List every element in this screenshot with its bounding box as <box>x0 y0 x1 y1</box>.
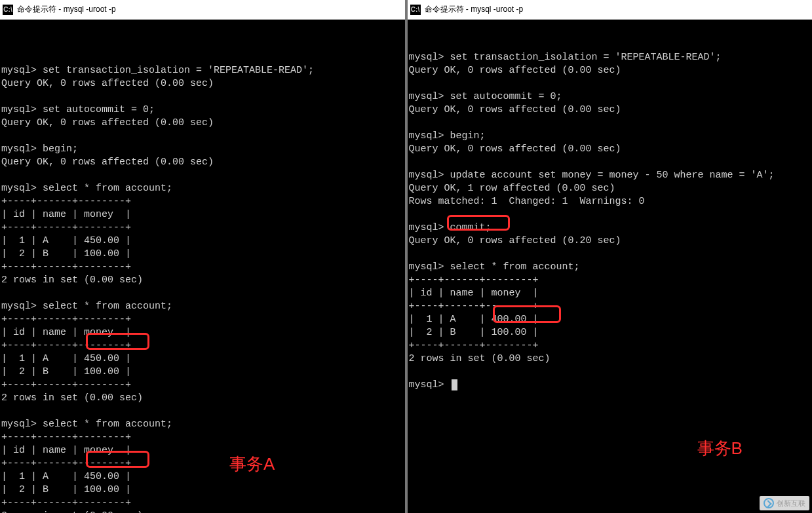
window-title-left: 命令提示符 - mysql -uroot -p <box>17 4 116 15</box>
titlebar-right[interactable]: C:\ 命令提示符 - mysql -uroot -p <box>408 0 813 20</box>
watermark-logo-icon <box>764 498 774 508</box>
label-transaction-b: 事务B <box>697 442 743 455</box>
pane-left: C:\ 命令提示符 - mysql -uroot -p mysql> set t… <box>0 0 408 513</box>
split-container: C:\ 命令提示符 - mysql -uroot -p mysql> set t… <box>0 0 812 513</box>
window-title-right: 命令提示符 - mysql -uroot -p <box>425 4 524 15</box>
watermark: 创新互联 <box>760 496 809 510</box>
terminal-left[interactable]: mysql> set transaction_isolation = 'REPE… <box>0 20 405 513</box>
terminal-right[interactable]: mysql> set transaction_isolation = 'REPE… <box>408 20 813 513</box>
cmd-icon: C:\ <box>3 5 13 15</box>
titlebar-left[interactable]: C:\ 命令提示符 - mysql -uroot -p <box>0 0 405 20</box>
pane-right: C:\ 命令提示符 - mysql -uroot -p mysql> set t… <box>408 0 813 513</box>
watermark-text: 创新互联 <box>777 499 805 508</box>
cmd-icon: C:\ <box>410 5 421 15</box>
